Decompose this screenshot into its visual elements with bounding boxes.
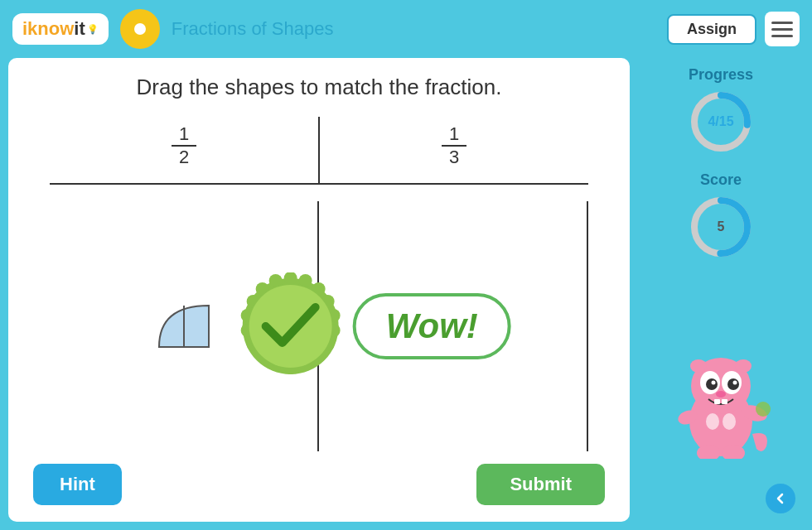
submit-button[interactable]: Submit [476,464,605,505]
header-right: Assign [667,12,800,46]
back-button[interactable] [766,484,795,513]
lesson-title: Fractions of Shapes [172,18,334,40]
svg-rect-38 [722,399,727,404]
svg-point-46 [772,490,789,507]
bottom-bar: Hint Submit [33,451,605,505]
wow-text: Wow! [386,306,478,346]
score-label: Score [700,171,742,189]
svg-point-36 [716,391,726,398]
svg-point-35 [733,381,737,385]
fraction-col-2: 1 3 [320,117,588,183]
back-btn-section [642,484,800,513]
svg-point-43 [756,402,771,417]
app-wrapper: iknowit 💡 Fractions of Shapes Assign Dra… [0,0,812,530]
logo-box: iknowit 💡 [12,13,109,45]
svg-point-20 [269,274,283,287]
instruction-text: Drag the shapes to match the fraction. [33,75,605,100]
fraction-table: 1 2 1 3 [50,117,588,183]
score-section: Score 5 [688,171,754,260]
progress-label: Progress [689,66,753,84]
monster-mascot [667,326,775,459]
menu-bar-2 [771,28,793,31]
scallop-svg [237,272,345,380]
menu-bar-1 [771,22,793,24]
svg-point-32 [706,378,718,390]
fraction-2-numerator: 1 [442,125,466,143]
lesson-icon [120,9,160,49]
drop-zones: Wow! [50,201,588,451]
hint-button[interactable]: Hint [33,464,122,505]
half-circle-shape [151,297,217,355]
svg-point-33 [727,378,739,390]
main-content: Drag the shapes to match the fraction. 1… [8,58,804,522]
monster-section [667,277,775,467]
score-value: 5 [718,219,725,234]
right-panel: Progress 4/15 Score 5 [638,58,804,522]
svg-point-4 [299,274,312,287]
assign-button[interactable]: Assign [667,14,756,45]
left-panel: Drag the shapes to match the fraction. 1… [8,58,630,522]
menu-bar-3 [771,35,793,37]
fraction-2-display: 1 3 [442,125,466,166]
logo-text: iknowit [22,18,85,40]
progress-circle: 4/15 [688,89,754,155]
svg-point-39 [706,413,719,430]
h-divider [50,183,588,185]
fraction-2-denominator: 3 [442,148,466,166]
wow-overlay: Wow! [237,272,511,380]
header: iknowit 💡 Fractions of Shapes Assign [8,8,804,58]
fraction-1-display: 1 2 [172,125,196,166]
progress-section: Progress 4/15 [688,66,754,155]
progress-value: 4/15 [708,114,733,129]
logo-icon: 💡 [87,24,99,35]
score-circle: 5 [688,194,754,260]
lesson-icon-inner [134,23,146,35]
fraction-1-denominator: 2 [172,148,196,166]
wow-pill: Wow! [353,293,511,359]
fraction-1-numerator: 1 [172,125,196,143]
svg-point-29 [735,359,752,373]
svg-point-40 [723,413,736,430]
menu-button[interactable] [765,12,800,46]
svg-point-34 [712,381,716,385]
back-icon [772,490,789,507]
fraction-col-1: 1 2 [50,117,320,183]
svg-rect-37 [714,399,720,404]
svg-point-28 [690,359,707,373]
header-left: iknowit 💡 Fractions of Shapes [12,9,333,49]
check-badge [237,272,345,380]
